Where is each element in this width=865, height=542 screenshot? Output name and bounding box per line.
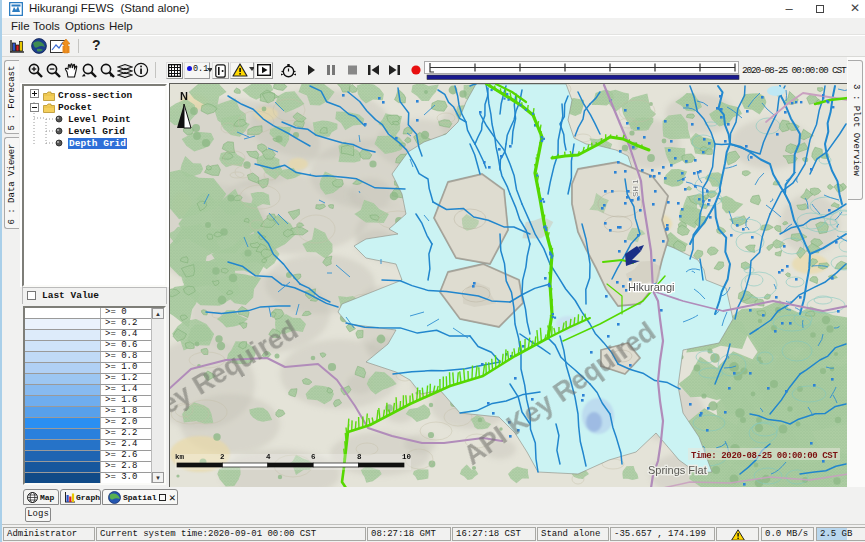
svg-text:8: 8	[357, 453, 362, 461]
svg-text:N: N	[180, 90, 188, 102]
svg-text:2: 2	[220, 453, 225, 461]
svg-text:SH 1: SH 1	[631, 179, 640, 197]
svg-text:Time: 2020-08-25 00:00:00 CST: Time: 2020-08-25 00:00:00 CST	[691, 451, 838, 461]
svg-text:10: 10	[402, 453, 412, 461]
svg-text:Springs Flat: Springs Flat	[648, 464, 707, 476]
svg-text:6: 6	[311, 453, 316, 461]
svg-text:4: 4	[266, 453, 271, 461]
svg-text:km: km	[175, 453, 185, 461]
svg-text:Hikurangi: Hikurangi	[628, 281, 674, 293]
